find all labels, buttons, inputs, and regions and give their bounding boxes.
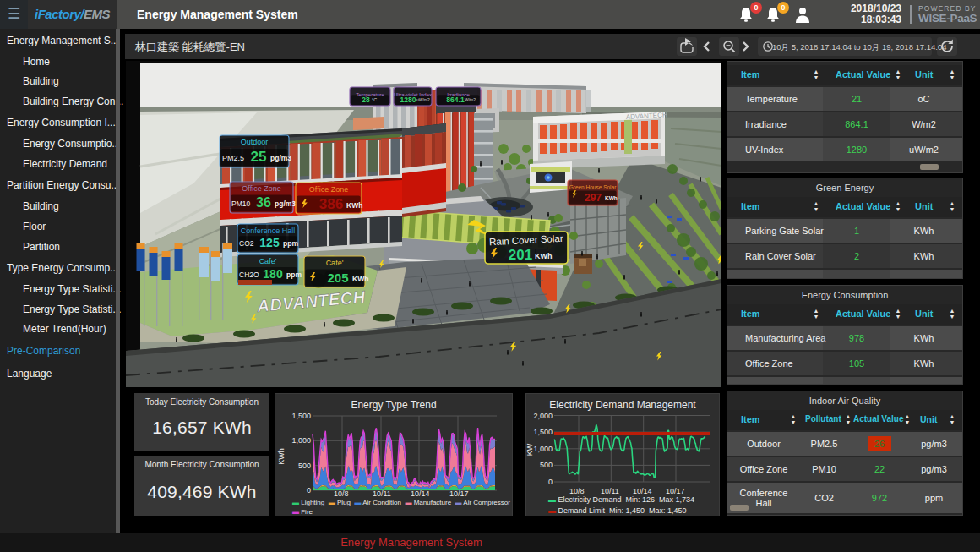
svg-text:KWh: KWh — [535, 252, 553, 260]
svg-text:2,000: 2,000 — [533, 412, 553, 420]
svg-text:386: 386 — [319, 196, 343, 212]
svg-text:1280: 1280 — [400, 96, 416, 104]
svg-text:CH2O: CH2O — [239, 271, 259, 279]
svg-text:uW/m2: uW/m2 — [416, 97, 430, 102]
svg-text:°C: °C — [372, 97, 377, 102]
svg-text:1,000: 1,000 — [533, 445, 553, 453]
svg-text:KWh: KWh — [346, 201, 362, 210]
svg-text:500: 500 — [298, 462, 311, 470]
svg-text:W/m2: W/m2 — [465, 97, 476, 102]
svg-text:36: 36 — [256, 195, 271, 210]
svg-text:Outdoor: Outdoor — [241, 138, 269, 146]
svg-text:297: 297 — [585, 192, 602, 204]
svg-text:864.1: 864.1 — [446, 96, 465, 104]
svg-text:Green House Solar: Green House Solar — [569, 184, 617, 190]
svg-text:1,000: 1,000 — [291, 436, 311, 445]
svg-text:1,500: 1,500 — [291, 412, 311, 420]
svg-text:180: 180 — [263, 267, 283, 281]
svg-text:Office Zone: Office Zone — [242, 184, 280, 193]
svg-text:ppm: ppm — [283, 239, 298, 248]
svg-text:ppm: ppm — [286, 271, 302, 279]
svg-text:Cafe': Cafe' — [326, 259, 344, 267]
svg-text:KW: KW — [526, 443, 534, 456]
svg-text:Conference Hall: Conference Hall — [241, 227, 296, 235]
svg-text:28: 28 — [362, 96, 370, 104]
svg-text:Cafe': Cafe' — [259, 257, 277, 265]
svg-text:1,500: 1,500 — [533, 428, 553, 436]
svg-text:pg/m3: pg/m3 — [270, 154, 291, 162]
svg-text:0: 0 — [307, 486, 311, 494]
svg-text:Temperature: Temperature — [356, 92, 384, 97]
svg-text:0: 0 — [548, 478, 553, 486]
svg-text:25: 25 — [251, 149, 267, 165]
svg-text:KWh: KWh — [277, 448, 286, 465]
svg-text:KWh: KWh — [605, 195, 618, 201]
svg-text:Office Zone: Office Zone — [309, 185, 348, 194]
svg-text:pg/m3: pg/m3 — [275, 199, 296, 208]
svg-text:PM10: PM10 — [231, 199, 250, 208]
svg-text:125: 125 — [259, 236, 280, 249]
svg-text:205: 205 — [327, 271, 348, 285]
svg-text:500: 500 — [540, 461, 553, 469]
svg-text:KWh: KWh — [352, 275, 368, 283]
svg-text:201: 201 — [509, 247, 532, 263]
svg-text:PM2.5: PM2.5 — [222, 154, 244, 162]
svg-text:CO2: CO2 — [239, 239, 254, 248]
